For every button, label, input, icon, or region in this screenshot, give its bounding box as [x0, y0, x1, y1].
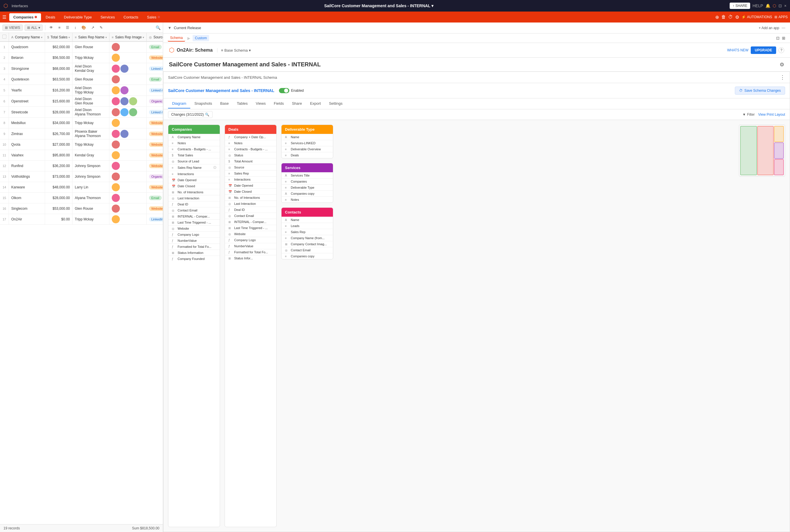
- settings-tab[interactable]: Settings: [325, 99, 347, 109]
- diagram-tab[interactable]: Diagram: [168, 99, 190, 109]
- close-icon[interactable]: ×: [784, 3, 787, 8]
- deals-number-value[interactable]: ƒNumberValue: [225, 243, 276, 249]
- all-button[interactable]: ⊞ ALL ▾: [24, 24, 43, 31]
- expand-icon[interactable]: ⊡: [776, 36, 779, 40]
- table-row[interactable]: 1Quadzoom$62,000.00Glen RouseEmail: [0, 41, 163, 53]
- deals-company-logo[interactable]: ƒCompany Logo: [225, 237, 276, 243]
- source-header[interactable]: ◎ Source: [147, 33, 163, 41]
- field-number-value[interactable]: ƒNumberValue: [168, 238, 220, 244]
- field-deal-id[interactable]: ƒDeal ID: [168, 201, 220, 207]
- automations-button[interactable]: ⚡ AUTOMATIONS: [741, 15, 772, 19]
- company-name-cell[interactable]: Yearfix: [9, 85, 45, 96]
- enabled-toggle[interactable]: Enabled: [279, 88, 304, 93]
- help-question-icon[interactable]: ?: [778, 47, 784, 53]
- table-row[interactable]: 17On2Air$0.00Tripp MckayLinkedIn: [0, 214, 163, 225]
- diagram-area[interactable]: Companies ACompany Name ≡Notes ≡Contract…: [163, 120, 790, 532]
- nav-tab-services[interactable]: Services: [96, 13, 119, 21]
- group-button[interactable]: ☰: [64, 24, 71, 31]
- sales-rep-image-header[interactable]: ≡ Sales Rep Image ▾: [109, 33, 146, 41]
- export-tab[interactable]: Export: [306, 99, 325, 109]
- table-row[interactable]: 13Voltholdings$73,000.00Johnny SimpsonOr…: [0, 171, 163, 182]
- deals-status-info[interactable]: ⊞Status Infor...: [225, 255, 276, 261]
- company-name-cell[interactable]: Medsillux: [9, 118, 45, 128]
- hide-fields-button[interactable]: 👁: [48, 24, 55, 31]
- company-name-cell[interactable]: Voltholdings: [9, 171, 45, 182]
- field-formatted[interactable]: ƒFormatted for Total Fo...: [168, 244, 220, 250]
- company-name-cell[interactable]: Quadzoom: [9, 41, 45, 53]
- tables-tab[interactable]: Tables: [233, 99, 252, 109]
- nav-tab-companies[interactable]: Companies: [9, 13, 41, 21]
- field-last-triggered[interactable]: ⊞Last Time Triggered - ...: [168, 219, 220, 225]
- more-options-button[interactable]: ···: [782, 25, 785, 31]
- minimize-icon[interactable]: ⊡: [778, 3, 782, 8]
- company-name-cell[interactable]: Vaiahex: [9, 150, 45, 161]
- company-name-cell[interactable]: Qvola: [9, 139, 45, 150]
- deals-total-amount[interactable]: $Total Amount: [225, 158, 276, 164]
- field-notes[interactable]: ≡Notes: [168, 140, 220, 146]
- table-row[interactable]: 3Strongzone$68,000.00Ariel DixonKendal G…: [0, 63, 163, 74]
- fields-tab[interactable]: Fields: [270, 99, 288, 109]
- edit-button[interactable]: ✎: [98, 24, 105, 31]
- toggle-track[interactable]: [279, 88, 289, 93]
- serv-title[interactable]: AServices Title: [281, 172, 333, 178]
- table-row[interactable]: 5Yearfix$16,200.00Ariel DixonTripp Mckay…: [0, 85, 163, 96]
- base-tab[interactable]: Base: [216, 99, 233, 109]
- cont-name[interactable]: AName: [281, 217, 333, 223]
- table-row[interactable]: 11Vaiahex$95,800.00Kendal GrayWebsite: [0, 150, 163, 161]
- field-total-sales[interactable]: $Total Sales: [168, 152, 220, 158]
- upgrade-button[interactable]: UPGRADE: [751, 46, 776, 54]
- field-date-closed[interactable]: 📅Date Closed: [168, 183, 220, 189]
- field-internal-comp[interactable]: ⊞INTERNAL - Compar...: [168, 213, 220, 219]
- deliv-services-linked[interactable]: ≡Services-LINKED: [281, 140, 333, 146]
- company-name-cell[interactable]: Singlecom: [9, 203, 45, 214]
- table-row[interactable]: 4Quotetexon$63,500.00Glen RouseEmail: [0, 74, 163, 85]
- company-name-cell[interactable]: Betaron: [9, 53, 45, 63]
- nav-tab-deliverable[interactable]: Deliverable Type: [60, 13, 96, 21]
- company-name-header[interactable]: A Company Name ▾: [9, 33, 45, 41]
- deliv-deals[interactable]: ≡Deals: [281, 152, 333, 158]
- field-company-founded[interactable]: ƒCompany Founded: [168, 255, 220, 262]
- search-button[interactable]: 🔍: [155, 25, 161, 30]
- deals-formatted[interactable]: ƒFormatted for Total Fo...: [225, 249, 276, 255]
- field-source-of-lead[interactable]: ◎Source of Lead: [168, 158, 220, 164]
- deals-internal[interactable]: ⊞INTERNAL - Compar...: [225, 219, 276, 225]
- company-name-cell[interactable]: Openstreet: [9, 96, 45, 107]
- deals-deal-id[interactable]: ƒDeal ID: [225, 207, 276, 213]
- schema-gear[interactable]: ⚙: [779, 61, 784, 68]
- sales-rep-name-header[interactable]: ≡ Sales Rep Name ▾: [72, 33, 109, 41]
- deals-last-triggered[interactable]: ⊞Last Time Triggered - ...: [225, 225, 276, 231]
- field-no-interactions[interactable]: ⊞No. of Interactions: [168, 189, 220, 195]
- company-name-cell[interactable]: Zimtrax: [9, 128, 45, 139]
- schema-card-more-icon[interactable]: ⋮: [780, 74, 785, 80]
- apps-button[interactable]: ⊞ APPS: [774, 15, 788, 19]
- nav-tab-contacts[interactable]: Contacts: [120, 13, 142, 21]
- share-button[interactable]: ↑ SHARE: [730, 3, 750, 9]
- cont-contact-email[interactable]: ◎Contact Email: [281, 247, 333, 253]
- color-button[interactable]: 🎨: [80, 24, 88, 31]
- field-contracts[interactable]: ≡Contracts - Budgets - ...: [168, 146, 220, 152]
- table-row[interactable]: 6Openstreet$15,600.00Ariel DixonGlen Rou…: [0, 96, 163, 107]
- share-tab[interactable]: Share: [288, 99, 306, 109]
- deals-notes[interactable]: ≡Notes: [225, 140, 276, 146]
- cont-leads[interactable]: ≡Leads: [281, 223, 333, 229]
- deals-no-interactions[interactable]: ⊞No. of Interactions: [225, 194, 276, 201]
- filter-diagram-button[interactable]: ▼ Filter: [742, 113, 755, 117]
- grid-view-icon[interactable]: ⊞: [782, 36, 785, 40]
- field-company-name[interactable]: ACompany Name: [168, 134, 220, 140]
- company-name-cell[interactable]: Strongzone: [9, 63, 45, 74]
- total-sales-header[interactable]: $ Total Sales ▾: [45, 33, 72, 41]
- table-row[interactable]: 8Medsillux$34,000.00Tripp MckayWebsite: [0, 118, 163, 128]
- company-name-cell[interactable]: Quotetexon: [9, 74, 45, 85]
- company-name-cell[interactable]: Runfind: [9, 161, 45, 171]
- sort-button[interactable]: ↕: [73, 24, 78, 31]
- share-view-button[interactable]: ↗: [90, 24, 96, 31]
- select-all-checkbox[interactable]: [2, 35, 6, 39]
- deals-source[interactable]: ◎Source: [225, 164, 276, 170]
- nav-tab-sales[interactable]: Sales: [143, 13, 164, 21]
- save-schema-button[interactable]: ⏱ Save Schema Changes: [735, 87, 785, 95]
- snapshots-tab[interactable]: Snapshots: [190, 99, 216, 109]
- delete-button[interactable]: 🗑: [721, 15, 726, 20]
- table-row[interactable]: 10Qvola$27,000.00Tripp MckayWebsite: [0, 139, 163, 150]
- table-row[interactable]: 7Streetcode$28,000.00Ariel DixonAlyana T…: [0, 107, 163, 118]
- company-name-cell[interactable]: Kanware: [9, 182, 45, 193]
